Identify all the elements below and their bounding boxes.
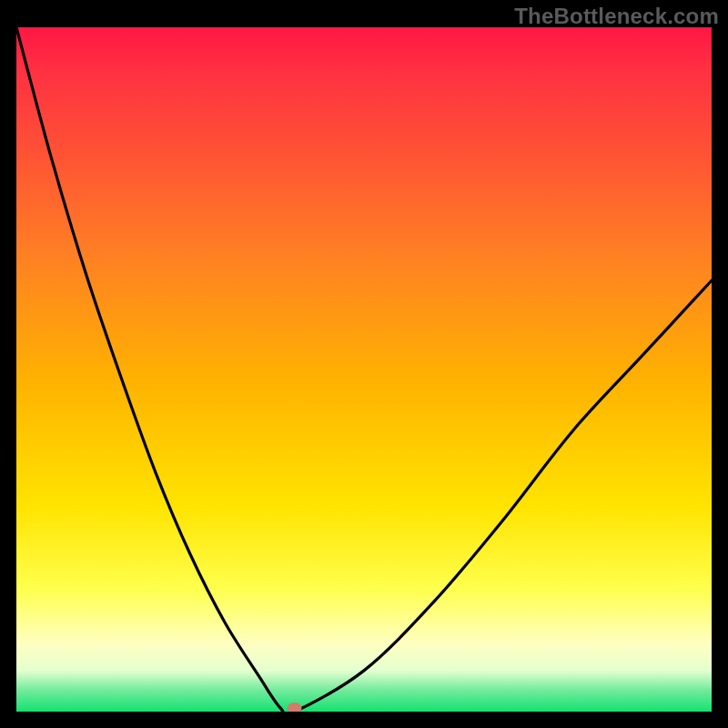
chart-frame: TheBottleneck.com	[0, 0, 728, 728]
watermark-text: TheBottleneck.com	[514, 4, 719, 29]
curve-layer	[16, 27, 712, 712]
optimum-marker	[288, 703, 302, 712]
plot-area	[16, 27, 712, 712]
bottleneck-curve	[16, 27, 712, 712]
